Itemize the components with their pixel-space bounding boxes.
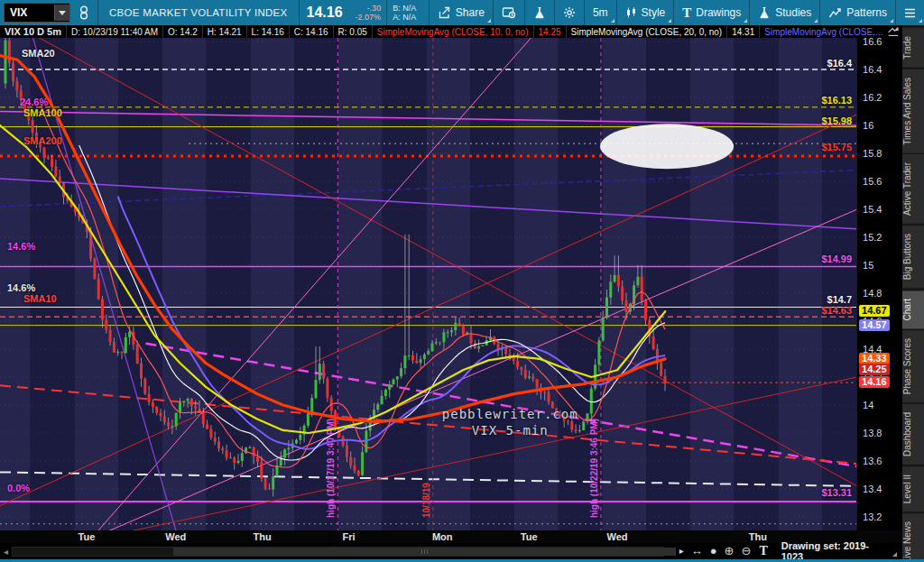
candle-body bbox=[214, 438, 217, 441]
candle-body bbox=[167, 422, 170, 427]
pan-right-icon[interactable]: ▸ bbox=[676, 543, 688, 559]
chart-plot-area[interactable]: high (10/17/19 3:40 PM)10/18/19high (10/… bbox=[0, 38, 856, 530]
level-label-right: $15.75 bbox=[821, 142, 852, 152]
candle-body bbox=[354, 465, 356, 471]
candle-body bbox=[163, 416, 166, 422]
candle-body bbox=[319, 364, 321, 380]
candle-body bbox=[614, 275, 616, 281]
sidebar-tab-trade[interactable]: Trade bbox=[902, 28, 924, 68]
candle-body bbox=[148, 394, 151, 402]
analyze-button[interactable] bbox=[525, 0, 554, 25]
price-badge: 14.67 bbox=[859, 305, 890, 317]
candle-body bbox=[272, 476, 274, 489]
candle-body bbox=[346, 446, 348, 457]
sidebar-tab-level-ii[interactable]: Level II bbox=[902, 466, 924, 511]
time-axis[interactable]: TueWedThuFriMonTueWedThu bbox=[0, 530, 902, 543]
scrollbar-thumb[interactable] bbox=[173, 548, 676, 556]
candle-body bbox=[548, 392, 550, 401]
fit-width-icon[interactable]: ↔ bbox=[688, 543, 707, 559]
candle-body bbox=[384, 390, 387, 396]
chart-symbol-timeframe: VIX 10 D 5m bbox=[0, 25, 67, 38]
style-button[interactable]: Style bbox=[617, 0, 674, 25]
price-badge: 14.16 bbox=[859, 376, 890, 388]
chart-status-header: VIX 10 D 5m D: 10/23/19 11:40 AM O: 14.2… bbox=[0, 25, 902, 38]
candle-body bbox=[182, 401, 185, 402]
candle-body bbox=[136, 345, 139, 364]
top-toolbar: VIX CBOE MARKET VOLATILITY INDEX 14.16 -… bbox=[0, 0, 924, 25]
chart-canvas[interactable]: high (10/17/19 3:40 PM)10/18/19high (10/… bbox=[0, 38, 856, 530]
price-tick: 16.4 bbox=[863, 64, 882, 75]
candle-body bbox=[582, 421, 585, 430]
zoom-in-icon[interactable]: ⊕ bbox=[721, 543, 738, 559]
symbol-dropdown-button[interactable] bbox=[54, 5, 69, 21]
text-note-icon[interactable]: T bbox=[754, 544, 772, 558]
candle-body bbox=[504, 348, 507, 355]
price-tick: 16 bbox=[863, 120, 873, 131]
price-tick: 16.6 bbox=[863, 38, 882, 47]
ohlc-open: O: 14.2 bbox=[163, 25, 203, 38]
share-button[interactable]: Share bbox=[430, 0, 493, 25]
sidebar-tab-phase-scores[interactable]: Phase Scores bbox=[902, 330, 924, 402]
candle-body bbox=[431, 344, 434, 352]
price-axis[interactable]: 16.616.416.21615.815.615.415.21514.814.6… bbox=[856, 38, 902, 530]
symbol-dropdown[interactable]: VIX bbox=[4, 3, 70, 23]
zoom-out-icon[interactable]: ⊖ bbox=[737, 543, 754, 559]
price-badge: 14.33 bbox=[859, 353, 890, 364]
candle-body bbox=[47, 157, 50, 158]
level-label-right: $16.13 bbox=[821, 95, 852, 106]
price-scale-settings-icon[interactable] bbox=[887, 26, 900, 38]
sidebar-tab-big-buttons[interactable]: Big Buttons bbox=[902, 226, 924, 288]
candle-body bbox=[5, 41, 7, 84]
price-badge: 14.25 bbox=[859, 364, 890, 375]
auto-center-icon[interactable]: ● bbox=[707, 543, 721, 559]
drawing-set-dropdown-icon[interactable] bbox=[892, 552, 897, 557]
study-label-sma10[interactable]: SimpleMovingAvg (CLOSE, 10, 0, no) bbox=[373, 25, 534, 38]
link-icon bbox=[79, 5, 89, 20]
timeframe-label: 5m bbox=[593, 6, 608, 19]
settings-button[interactable] bbox=[555, 0, 584, 25]
candle-body bbox=[101, 299, 104, 319]
patterns-button[interactable]: Patterns bbox=[820, 0, 895, 25]
timeframe-button[interactable]: 5m bbox=[585, 0, 616, 25]
candle-body bbox=[536, 379, 539, 388]
session-band bbox=[514, 38, 559, 530]
vertical-line-label: high (10/22/19 3:46 PM) bbox=[589, 419, 599, 518]
study-label-sma20[interactable]: SimpleMovingAvg (CLOSE, 20, 0, no) bbox=[567, 25, 728, 38]
watermark-text: pebblewriter.com bbox=[442, 407, 578, 421]
candle-body bbox=[597, 340, 600, 364]
level-label-right: $15.98 bbox=[821, 115, 852, 126]
sidebar-tab-times-and-sales[interactable]: Times And Sales bbox=[902, 69, 924, 153]
candle-body bbox=[520, 367, 522, 370]
drawings-button[interactable]: T Drawings bbox=[674, 0, 749, 25]
candle-body bbox=[575, 429, 578, 431]
candle-body bbox=[241, 453, 244, 461]
candle-body bbox=[636, 277, 639, 286]
time-tick: Wed bbox=[165, 531, 186, 542]
sidebar-tab-active-trader[interactable]: Active Trader bbox=[902, 154, 924, 224]
scroll-left-icon[interactable]: ◂ bbox=[0, 547, 12, 557]
study-label-sma3[interactable]: SimpleMovingAvg (CLOSE,... bbox=[760, 25, 887, 38]
study-value-sma20: 14.31 bbox=[727, 25, 760, 38]
studies-button[interactable]: Studies bbox=[750, 0, 819, 25]
ellipse-annotation[interactable] bbox=[600, 124, 734, 169]
level-label-right: $16.4 bbox=[827, 58, 853, 69]
sidebar-tab-dashboard[interactable]: Dashboard bbox=[902, 404, 924, 465]
candle-body bbox=[287, 448, 290, 450]
candle-body bbox=[357, 471, 360, 475]
price-tick: 15.8 bbox=[863, 148, 882, 159]
candle-body bbox=[152, 402, 154, 407]
candle-body bbox=[202, 413, 205, 425]
candle-body bbox=[660, 364, 662, 376]
chart-menu-button[interactable] bbox=[896, 0, 924, 25]
price-tick: 14 bbox=[863, 400, 873, 410]
candle-body bbox=[578, 430, 581, 431]
ondemand-button[interactable] bbox=[494, 0, 524, 25]
link-color-button[interactable] bbox=[70, 0, 97, 25]
candle-body bbox=[194, 406, 197, 409]
chart-scrollbar[interactable] bbox=[12, 547, 664, 557]
sidebar-tab-chart[interactable]: Chart bbox=[902, 290, 924, 328]
candle-body bbox=[447, 332, 449, 333]
session-band bbox=[162, 38, 207, 530]
candle-body bbox=[570, 421, 573, 429]
sidebar-tab-live-news[interactable]: Live News bbox=[902, 513, 924, 559]
